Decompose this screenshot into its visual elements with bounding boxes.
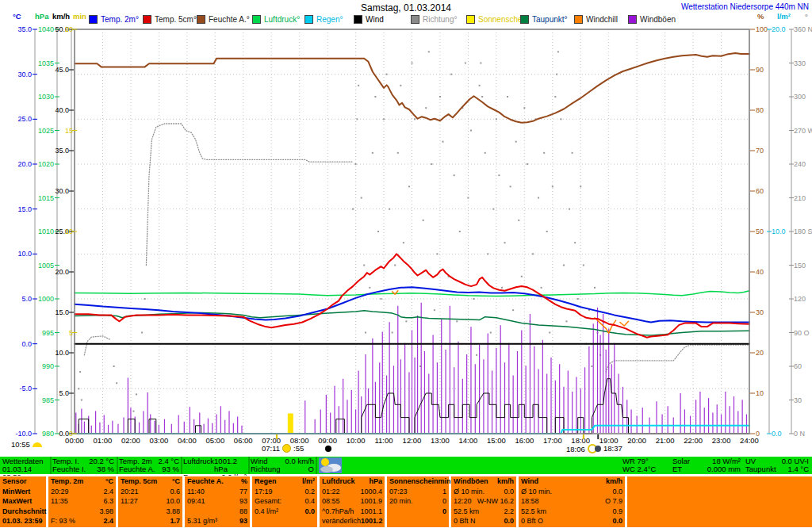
- table-column: Feuchte A.%11:407709:4193885.31 g/m³93: [185, 476, 250, 527]
- axis-tick-label: -10.0: [15, 430, 32, 438]
- table-cell-value: 3.98: [99, 507, 113, 517]
- axis-tick-label: 120: [794, 295, 806, 303]
- table-cell-value: 93: [239, 516, 247, 526]
- table-cell-value: 0.0: [504, 487, 514, 497]
- status-value: O: [308, 465, 314, 473]
- status-cell: WR 79°WC 2.4°C: [622, 457, 670, 473]
- sunset-marker: 18:06: [566, 444, 597, 453]
- x-axis-tick-label: 11:00: [375, 436, 393, 445]
- axis-tick-label: 1035: [38, 59, 54, 67]
- table-cell-info: 11:27: [121, 496, 138, 507]
- x-axis-tick-label: 22:00: [684, 436, 703, 445]
- status-label: Luftdruck: [183, 457, 214, 473]
- table-cell-info: 5.31 g/m³: [187, 516, 217, 526]
- axis-tick-label: 10: [756, 389, 764, 397]
- table-column-unit: %: [241, 476, 247, 487]
- status-cell: Luftdruck1001.2 hPaRegen0.0 l/m²: [183, 457, 247, 473]
- weather-icon: [319, 457, 342, 473]
- summary-table: SensorMinWertMaxWertDurchschnitt01.03. 2…: [0, 476, 812, 528]
- table-cell-value: 0.4: [304, 496, 315, 507]
- axis-tick-label: 985: [42, 396, 54, 404]
- axis-tick-label: 15.0: [55, 308, 69, 316]
- status-cell: Solar18 W/m²ET0.000 mm: [672, 457, 741, 473]
- moon-icon: [595, 446, 601, 452]
- x-axis-tick-label: 00:00: [65, 436, 84, 445]
- axis-tick-label: 240: [794, 160, 806, 168]
- axis-tick-label: 1000: [38, 295, 54, 303]
- axis-tick-label: 30.0: [17, 71, 32, 78]
- axis-tick-label: 20.0: [55, 268, 69, 276]
- table-cell-info: 20 min.: [389, 496, 413, 507]
- table-cell-info: 0 Bft O: [521, 516, 543, 526]
- table-cell-value: 1001.2: [361, 516, 383, 526]
- table-cell-info: Ø 10 min.: [454, 487, 485, 497]
- status-bar: Wetterdaten01.03.14 23:59Temp. I.20.2 °C…: [0, 457, 812, 474]
- table-label-column: SensorMinWertMaxWertDurchschnitt01.03. 2…: [0, 476, 46, 527]
- table-cell-value: 1001.1: [360, 507, 382, 517]
- axis-tick-label: 50: [756, 228, 764, 235]
- axis-tick-label: 20.0: [772, 25, 786, 33]
- axis-tick-label: 0 N: [794, 430, 805, 438]
- table-cell-info: 0 Bft N: [454, 516, 476, 526]
- axis-tick-label: 1015: [38, 194, 54, 202]
- axis-tick-label: 360 N: [794, 25, 812, 33]
- x-axis-tick-label: 15:00: [487, 436, 506, 445]
- table-column: LuftdruckhPa01:221000.408:551001.9^0.7hP…: [320, 476, 385, 527]
- table-column-name: Temp. 5cm: [121, 476, 157, 487]
- new-moon-icon: [325, 446, 331, 452]
- table-column: Windkm/hØ 10 min.0.018:58O 7.952.5 km0.9…: [519, 476, 625, 527]
- x-axis-tick-label: 17:00: [543, 436, 562, 445]
- axis-tick-label: 40: [756, 268, 764, 276]
- x-axis-tick-label: 04:00: [178, 436, 197, 445]
- axis-tick-label: 180 S: [794, 228, 812, 235]
- x-axis-tick-label: 20:00: [627, 436, 646, 445]
- table-cell-value: 1: [442, 487, 446, 497]
- table-cell-info: 12:20: [454, 496, 472, 507]
- table-cell-value: 0: [442, 507, 446, 517]
- status-separator: [50, 457, 52, 474]
- status-separator: [117, 457, 118, 474]
- table-cell-value: 0.0: [304, 507, 315, 517]
- axis-tick-label: 30.0: [55, 187, 69, 195]
- axis-tick-label: 210: [794, 194, 806, 202]
- table-cell-value: 77: [239, 487, 247, 497]
- table-cell-info: F: 93 %: [51, 516, 75, 526]
- status-separator: [181, 457, 182, 474]
- weather-chart[interactable]: 35.030.025.020.015.010.05.00.0-5.0-10.01…: [0, 0, 812, 456]
- table-cell-value: 93: [239, 496, 247, 507]
- x-axis-tick-label: 03:00: [149, 436, 168, 445]
- table-cell-value: 0.9: [612, 507, 622, 517]
- sunrise-marker: 07:11 :55: [262, 444, 304, 453]
- table-column: Temp. 2m°C20:292.411:356.33.98F: 93 %2.4: [48, 476, 116, 527]
- table-cell-value: 1.7: [170, 516, 180, 526]
- status-cell: UV0.0 UV-ITaupunkt1.4 °C: [745, 457, 809, 473]
- half-moon-icon: [33, 442, 42, 447]
- x-axis-tick-label: 12:00: [403, 436, 422, 445]
- axis-tick-label: 90 O: [794, 329, 810, 337]
- table-cell-info: Gesamt:: [255, 496, 282, 507]
- table-cell-info: 18:58: [521, 496, 539, 507]
- table-column-name: Luftdruck: [322, 476, 355, 487]
- x-axis-tick-label: 16:00: [515, 436, 534, 445]
- sunrise-suffix: :55: [293, 444, 304, 453]
- status-cell: Temp. I.20.2 °CFeuchte I.38 %: [52, 457, 114, 473]
- status-label: ET: [672, 465, 682, 473]
- x-axis-tick-label: 02:00: [121, 436, 140, 445]
- x-axis-tick-label: 23:00: [712, 436, 731, 445]
- table-cell-value: W-NW 16.2: [477, 496, 514, 507]
- axis-tick-label: 30: [794, 396, 802, 404]
- status-separator: [248, 457, 250, 474]
- axis-tick-label: 5.0: [21, 295, 32, 303]
- axis-tick-label: 0.0: [772, 430, 782, 438]
- axis-tick-label: 20.0: [17, 160, 32, 168]
- axis-tick-label: 995: [42, 329, 54, 337]
- x-axis-tick-label: 10:00: [347, 436, 366, 445]
- table-column-unit: °C: [172, 476, 180, 487]
- table-row-label: Durchschnitt: [2, 507, 47, 517]
- axis-tick-label: 25.0: [17, 115, 32, 123]
- axis-tick-label: 60: [756, 187, 764, 195]
- axis-tick-label: 100: [756, 25, 768, 33]
- table-cell-value: 88: [239, 507, 247, 517]
- table-cell-info: 11:40: [187, 487, 205, 497]
- table-cell-value: 0.0: [612, 516, 622, 526]
